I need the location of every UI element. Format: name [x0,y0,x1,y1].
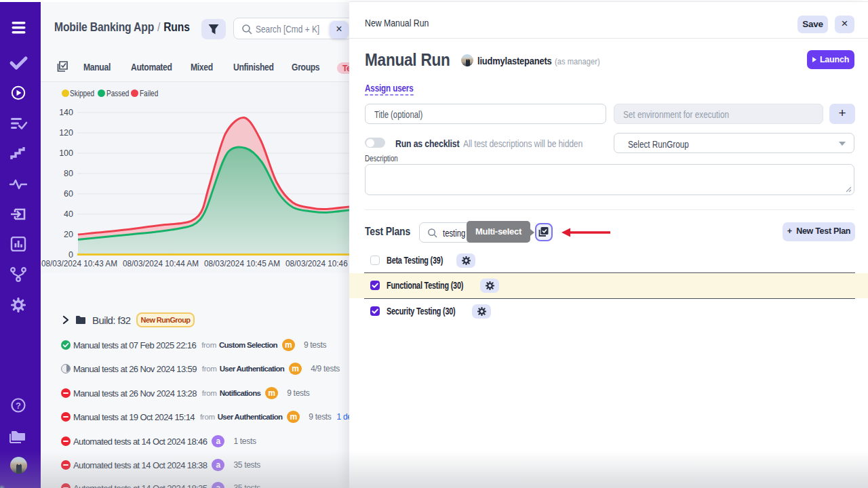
svg-text:40: 40 [64,209,73,219]
svg-text:08/03/2024 10:44 AM: 08/03/2024 10:44 AM [123,258,199,268]
svg-text:120: 120 [59,128,73,138]
svg-text:100: 100 [59,148,73,158]
svg-text:60: 60 [64,189,73,199]
svg-text:?: ? [16,401,21,411]
svg-text:08/03/2024 10:46 AM: 08/03/2024 10:46 AM [285,258,349,268]
svg-text:08/03/2024 10:43 AM: 08/03/2024 10:43 AM [41,258,117,268]
svg-text:80: 80 [64,169,73,178]
svg-text:08/03/2024 10:45 AM: 08/03/2024 10:45 AM [204,258,280,268]
svg-text:20: 20 [64,230,73,239]
svg-text:140: 140 [59,108,73,117]
